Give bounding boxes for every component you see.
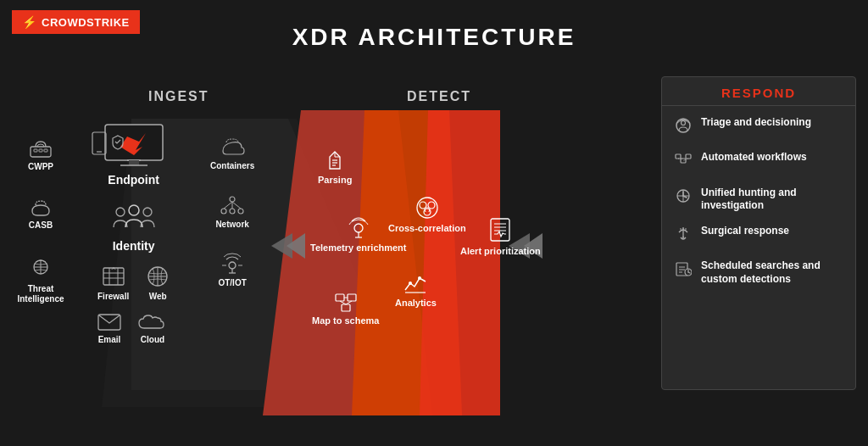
endpoint-label: Endpoint: [108, 173, 159, 187]
otiot-item: OT/IOT: [210, 253, 254, 287]
svg-rect-33: [39, 149, 42, 152]
alert-prio-icon: [487, 216, 513, 243]
identity-label: Identity: [113, 239, 155, 253]
svg-marker-3: [352, 110, 462, 415]
cloud-label: Cloud: [141, 335, 164, 344]
alert-prio-detect-item: Alert prioritization: [460, 216, 541, 257]
email-icon: [97, 313, 121, 332]
analytics-icon: [403, 271, 428, 295]
scheduled-label: Scheduled searches and custom detections: [701, 259, 843, 286]
respond-item-hunting: Unified hunting and investigation: [674, 187, 843, 213]
alert-prio-label: Alert prioritization: [460, 246, 541, 257]
cloud-icon: [138, 313, 167, 332]
cwpp-icon-item: CWPP: [15, 140, 66, 171]
svg-rect-74: [336, 294, 344, 301]
svg-point-22: [682, 237, 684, 238]
svg-rect-75: [348, 294, 356, 301]
triage-label: Triage and decisioning: [701, 116, 811, 130]
svg-point-63: [229, 262, 236, 269]
network-label: Network: [215, 220, 248, 229]
threat-intel-icon-item: Threat Intelligence: [15, 257, 66, 304]
map-schema-icon: [334, 293, 358, 313]
casb-icon: [29, 198, 53, 217]
svg-line-79: [346, 301, 352, 304]
respond-item-triage: Triage and decisioning: [674, 116, 843, 139]
svg-point-59: [238, 209, 243, 214]
workflows-icon: [674, 152, 693, 174]
respond-item-workflows: Automated workflows: [674, 151, 843, 174]
svg-rect-42: [129, 160, 139, 165]
web-icon: [146, 265, 170, 288]
ingest-header: INGEST: [148, 89, 209, 104]
containers-label: Containers: [210, 161, 254, 170]
respond-box-header: RESPOND: [662, 77, 855, 106]
right-ingest-icons: Containers Network OT/IOT: [210, 136, 254, 287]
email-item: Email: [97, 313, 121, 344]
svg-line-60: [224, 202, 232, 209]
hunting-icon: [674, 187, 693, 209]
scheduled-icon: [674, 260, 693, 282]
containers-icon: [220, 136, 245, 158]
svg-rect-32: [34, 149, 37, 152]
svg-point-45: [129, 205, 139, 215]
identity-item: Identity: [97, 202, 170, 253]
svg-rect-13: [686, 154, 691, 159]
svg-point-71: [354, 224, 363, 232]
analytics-detect-item: Analytics: [395, 271, 437, 308]
endpoint-item: Endpoint: [97, 123, 170, 187]
firewall-label: Firewall: [97, 292, 129, 301]
respond-item-scheduled: Scheduled searches and custom detections: [674, 259, 843, 286]
svg-marker-4: [420, 110, 500, 415]
svg-point-81: [420, 202, 426, 209]
map-schema-label: Map to schema: [312, 315, 379, 326]
triage-icon: [674, 117, 693, 139]
network-icon: [220, 194, 245, 216]
svg-point-56: [230, 197, 235, 202]
svg-rect-38: [92, 132, 106, 154]
svg-point-46: [143, 208, 152, 216]
respond-item-surgical: Surgical response: [674, 225, 843, 248]
center-ingest-icons: Endpoint Identity Firewall: [97, 123, 170, 344]
svg-line-62: [232, 202, 241, 209]
svg-marker-6: [287, 233, 305, 259]
otiot-icon: [220, 253, 245, 275]
surgical-label: Surgical response: [701, 225, 789, 238]
shield-small-icon: [112, 135, 124, 150]
threat-intel-icon: [29, 257, 53, 281]
svg-line-78: [340, 301, 346, 304]
map-schema-detect-item: Map to schema: [312, 293, 379, 326]
cross-corr-label: Cross-correlation: [388, 223, 466, 234]
casb-icon-item: CASB: [15, 198, 66, 230]
workflows-label: Automated workflows: [701, 151, 807, 164]
svg-rect-34: [44, 149, 47, 152]
respond-items-list: Triage and decisioning Automated workflo…: [662, 109, 855, 293]
threat-intel-label: Threat Intelligence: [15, 284, 66, 304]
web-item: Web: [146, 265, 170, 301]
firewall-web-row: Firewall Web: [97, 265, 170, 301]
parsing-label: Parsing: [318, 175, 352, 185]
network-item: Network: [210, 194, 254, 229]
detect-header: DETECT: [407, 89, 471, 104]
svg-point-44: [116, 208, 125, 216]
cwpp-label: CWPP: [28, 162, 53, 171]
telemetry-icon: [347, 216, 370, 240]
parsing-detect-item: Parsing: [318, 148, 352, 185]
svg-marker-5: [271, 233, 292, 259]
email-cloud-row: Email Cloud: [97, 313, 170, 344]
endpoint-monitor-wrapper: [103, 123, 164, 170]
svg-marker-0: [131, 119, 407, 390]
svg-rect-76: [342, 304, 350, 311]
svg-point-82: [428, 202, 435, 209]
cross-corr-detect-item: Cross-correlation: [388, 195, 466, 234]
web-label: Web: [149, 292, 167, 301]
left-ingest-icons: CWPP CASB Threat Intelligence: [15, 140, 66, 304]
svg-point-58: [230, 209, 235, 214]
mobile-icon: [92, 131, 107, 155]
svg-point-57: [221, 209, 226, 214]
parsing-icon: [323, 148, 347, 172]
cwpp-icon: [29, 140, 53, 159]
surgical-icon: [674, 226, 693, 248]
svg-rect-11: [676, 154, 681, 159]
firewall-item: Firewall: [97, 265, 129, 301]
identity-icon: [112, 202, 156, 236]
